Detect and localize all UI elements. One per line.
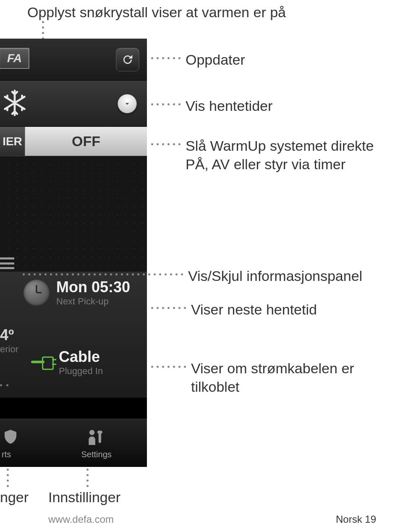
callout-cable: Viser om strømkabelen er tilkoblet	[151, 359, 386, 396]
expand-button[interactable]	[118, 94, 137, 113]
callout-snow-top: Opplyst snøkrystall viser at varmen er p…	[27, 4, 286, 21]
panel-toggle-icon[interactable]	[0, 257, 14, 269]
temperature-block: 4º erior	[0, 326, 18, 355]
bottom-left-label: nger	[0, 489, 29, 506]
phone-header: FA	[0, 39, 147, 81]
cable-sub: Plugged In	[59, 366, 103, 377]
footer-page: Norsk 19	[336, 514, 376, 525]
leader-dots-settings	[86, 469, 89, 487]
dotted-background	[0, 156, 147, 272]
temp-sub: erior	[0, 344, 18, 355]
mode-toggle-row[interactable]: IER OFF	[0, 127, 147, 156]
cable-label: Cable	[59, 348, 103, 366]
cable-block: Cable Plugged In	[59, 348, 103, 377]
tab-bar: rts Settings	[0, 419, 147, 467]
tab-settings[interactable]: Settings	[65, 419, 128, 467]
leader-dots-alerts	[7, 469, 9, 487]
refresh-icon	[121, 53, 134, 66]
snow-row	[0, 81, 147, 127]
callout-expand: Vis hentetider	[151, 97, 272, 115]
info-panel: Mon 05:30 Next Pick-up 4º erior Cable Pl…	[0, 272, 147, 398]
person-wrench-icon	[86, 427, 107, 447]
plug-icon	[42, 356, 56, 367]
page-indicator-dots	[0, 384, 8, 386]
tab-settings-label: Settings	[81, 450, 112, 459]
page-footer: www.defa.com Norsk 19	[0, 514, 403, 525]
snowflake-icon	[0, 88, 29, 119]
svg-point-0	[89, 430, 94, 435]
callout-off: Slå WarmUp systemet direkte PÅ, AV eller…	[151, 136, 386, 173]
pickup-sub: Next Pick-up	[56, 296, 130, 307]
temp-value: 4º	[0, 326, 18, 344]
tab-alerts-label: rts	[2, 450, 11, 459]
tab-alerts[interactable]: rts	[0, 419, 65, 467]
callout-refresh: Oppdater	[151, 50, 245, 69]
refresh-button[interactable]	[116, 48, 139, 71]
defa-logo: FA	[0, 48, 29, 69]
ier-tab: IER	[0, 127, 25, 156]
shield-icon	[2, 427, 19, 447]
callout-pickup: Viser neste hentetid	[151, 300, 317, 319]
chevron-down-icon	[123, 100, 131, 108]
bottom-settings-label: Innstillinger	[48, 489, 120, 506]
phone-screenshot: FA IER OFF Mon 05:30 Next Pick-up	[0, 39, 147, 467]
callout-panel: Vis/Skjul informasjonspanel	[23, 267, 362, 285]
footer-url: www.defa.com	[48, 514, 114, 525]
